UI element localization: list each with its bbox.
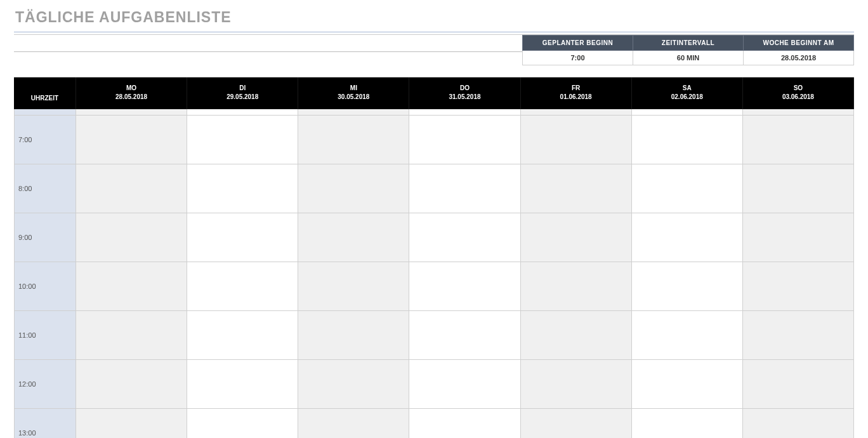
day-date: 30.05.2018 xyxy=(301,93,406,102)
schedule-cell[interactable] xyxy=(743,116,854,164)
time-cell: 11:00 xyxy=(14,311,76,360)
schedule-cell[interactable] xyxy=(187,164,298,213)
header-day-do: DO 31.05.2018 xyxy=(409,77,520,109)
schedule-cell[interactable] xyxy=(76,164,187,213)
day-abbr: FR xyxy=(523,84,629,93)
divider xyxy=(14,31,854,33)
schedule-cell[interactable] xyxy=(409,360,520,409)
header-day-mi: MI 30.05.2018 xyxy=(298,77,409,109)
schedule-cell[interactable] xyxy=(76,213,187,262)
schedule-cell[interactable] xyxy=(743,262,854,311)
schedule-cell[interactable] xyxy=(187,311,298,360)
schedule-cell[interactable] xyxy=(743,360,854,409)
meta-value-weekstart[interactable]: 28.05.2018 xyxy=(744,51,854,65)
schedule-cell[interactable] xyxy=(521,164,632,213)
schedule-cell[interactable] xyxy=(298,360,409,409)
meta-table: GEPLANTER BEGINN ZEITINTERVALL WOCHE BEG… xyxy=(522,35,854,65)
schedule-cell[interactable] xyxy=(76,409,187,438)
schedule-cell[interactable] xyxy=(409,164,520,213)
meta-header-interval: ZEITINTERVALL xyxy=(633,36,744,51)
schedule-cell[interactable] xyxy=(743,409,854,438)
day-date: 03.06.2018 xyxy=(746,93,851,102)
page-title: TÄGLICHE AUFGABENLISTE xyxy=(15,9,854,26)
day-date: 01.06.2018 xyxy=(523,93,629,102)
schedule-cell[interactable] xyxy=(409,262,520,311)
time-cell: 12:00 xyxy=(14,360,76,409)
meta-header-weekstart: WOCHE BEGINNT AM xyxy=(744,36,854,51)
day-date: 29.05.2018 xyxy=(190,93,295,102)
schedule-cell[interactable] xyxy=(298,409,409,438)
spacer-cell xyxy=(298,109,409,116)
schedule-cell[interactable] xyxy=(187,360,298,409)
spacer-cell xyxy=(743,109,854,116)
schedule-cell[interactable] xyxy=(298,262,409,311)
day-abbr: MO xyxy=(79,84,184,93)
schedule-cell[interactable] xyxy=(521,311,632,360)
schedule-cell[interactable] xyxy=(743,164,854,213)
day-date: 02.06.2018 xyxy=(635,93,740,102)
schedule-cell[interactable] xyxy=(76,360,187,409)
day-abbr: SO xyxy=(746,84,851,93)
schedule-cell[interactable] xyxy=(521,116,632,164)
schedule-cell[interactable] xyxy=(521,409,632,438)
day-date: 28.05.2018 xyxy=(79,93,184,102)
schedule-cell[interactable] xyxy=(632,262,743,311)
header-day-di: DI 29.05.2018 xyxy=(187,77,298,109)
time-cell: 10:00 xyxy=(14,262,76,311)
header-day-sa: SA 02.06.2018 xyxy=(632,77,743,109)
schedule-cell[interactable] xyxy=(632,311,743,360)
schedule-cell[interactable] xyxy=(743,311,854,360)
schedule: UHRZEIT MO 28.05.2018 DI 29.05.2018 MI 3… xyxy=(14,77,854,438)
header-day-fr: FR 01.06.2018 xyxy=(521,77,632,109)
time-cell: 9:00 xyxy=(14,213,76,262)
spacer-cell xyxy=(521,109,632,116)
schedule-cell[interactable] xyxy=(521,213,632,262)
schedule-cell[interactable] xyxy=(409,311,520,360)
schedule-cell[interactable] xyxy=(521,360,632,409)
time-cell: 8:00 xyxy=(14,164,76,213)
schedule-cell[interactable] xyxy=(187,213,298,262)
meta-value-start[interactable]: 7:00 xyxy=(523,51,633,65)
schedule-cell[interactable] xyxy=(298,213,409,262)
day-abbr: MI xyxy=(301,84,406,93)
day-date: 31.05.2018 xyxy=(412,93,517,102)
schedule-cell[interactable] xyxy=(409,409,520,438)
header-day-mo: MO 28.05.2018 xyxy=(76,77,187,109)
schedule-body: 7:008:009:0010:0011:0012:0013:00 xyxy=(14,109,854,438)
day-abbr: DI xyxy=(190,84,295,93)
schedule-cell[interactable] xyxy=(632,116,743,164)
spacer-cell xyxy=(14,109,76,116)
spacer-cell xyxy=(632,109,743,116)
schedule-cell[interactable] xyxy=(187,409,298,438)
time-cell: 7:00 xyxy=(14,116,76,164)
schedule-cell[interactable] xyxy=(521,262,632,311)
schedule-cell[interactable] xyxy=(76,262,187,311)
schedule-cell[interactable] xyxy=(76,116,187,164)
schedule-cell[interactable] xyxy=(298,164,409,213)
time-cell: 13:00 xyxy=(14,409,76,438)
schedule-cell[interactable] xyxy=(632,164,743,213)
schedule-cell[interactable] xyxy=(298,311,409,360)
spacer-cell xyxy=(187,109,298,116)
schedule-cell[interactable] xyxy=(632,360,743,409)
schedule-cell[interactable] xyxy=(632,409,743,438)
schedule-cell[interactable] xyxy=(632,213,743,262)
meta-header-start: GEPLANTER BEGINN xyxy=(523,36,633,51)
meta-value-interval[interactable]: 60 MIN xyxy=(633,51,744,65)
spacer-cell xyxy=(76,109,187,116)
header-time: UHRZEIT xyxy=(14,77,76,109)
schedule-cell[interactable] xyxy=(409,213,520,262)
spacer-cell xyxy=(409,109,520,116)
day-abbr: DO xyxy=(412,84,517,93)
schedule-cell[interactable] xyxy=(76,311,187,360)
schedule-cell[interactable] xyxy=(298,116,409,164)
header-day-so: SO 03.06.2018 xyxy=(743,77,854,109)
schedule-cell[interactable] xyxy=(743,213,854,262)
schedule-cell[interactable] xyxy=(187,116,298,164)
schedule-cell[interactable] xyxy=(187,262,298,311)
schedule-cell[interactable] xyxy=(409,116,520,164)
day-abbr: SA xyxy=(635,84,740,93)
schedule-header: UHRZEIT MO 28.05.2018 DI 29.05.2018 MI 3… xyxy=(14,77,854,109)
